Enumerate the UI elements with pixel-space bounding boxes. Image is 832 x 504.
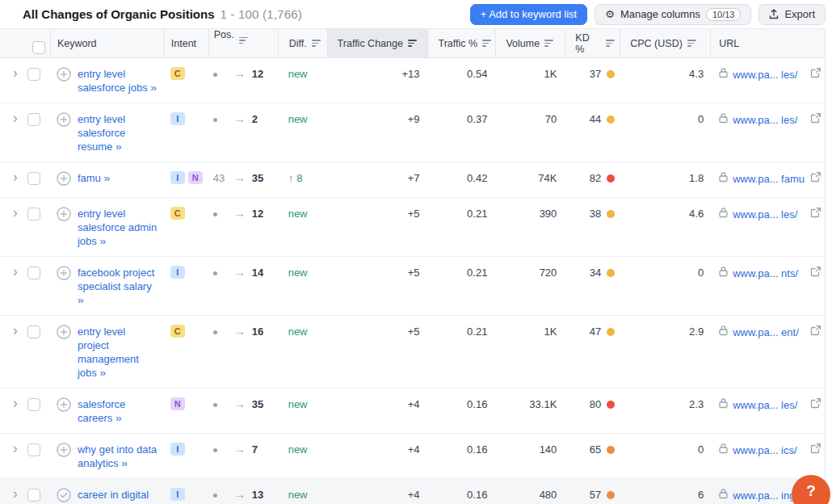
manage-columns-button[interactable]: ⚙ Manage columns 10/13 [595,4,751,25]
row-checkbox[interactable] [27,443,40,456]
keyword-link[interactable]: entry level salesforce resume ›› [78,112,159,153]
add-to-list-icon[interactable] [57,266,71,307]
kd-difficulty-dot [607,70,615,78]
sort-icon[interactable] [312,40,321,47]
url-link[interactable]: www.pa... nts/ [733,267,806,280]
keyword-link[interactable]: entry level salesforce jobs ›› [78,67,159,94]
export-label: Export [784,8,815,20]
expand-chevron-icon[interactable]: › [13,110,27,125]
keyword-link[interactable]: why get into data analytics ›› [78,443,159,470]
traffic-percent-value: 0.54 [427,58,495,89]
gear-icon: ⚙ [605,9,615,19]
add-to-list-icon[interactable] [57,397,71,425]
external-link-icon[interactable] [810,171,821,186]
no-previous-position-dot [213,73,217,77]
no-previous-position-dot [213,448,217,452]
column-header-tpct[interactable]: Traffic % [427,29,495,57]
position-to: 35 [252,397,263,411]
url-link[interactable]: www.pa... famu [733,172,806,186]
export-button[interactable]: Export [758,4,826,25]
kd-difficulty-dot [607,446,615,454]
column-header-cpc[interactable]: CPC (USD) [620,29,710,57]
kd-cell: 38 [565,198,620,229]
column-header-diff[interactable]: Diff. [278,29,327,57]
sort-icon[interactable] [544,40,553,47]
toolbar: All Changes of Organic Positions 1 - 100… [0,0,832,28]
intent-badge-C: C [170,207,185,220]
lock-icon [718,112,729,127]
row-checkbox[interactable] [27,208,40,220]
sort-icon[interactable] [482,40,491,47]
kd-difficulty-dot [607,491,615,499]
url-link[interactable]: www.pa... les/ [733,208,806,221]
sort-icon[interactable] [606,40,615,47]
expand-chevron-icon[interactable]: › [13,65,27,80]
url-link[interactable]: www.pa... ent/ [733,326,806,339]
table-body: › entry level salesforce jobs ›› C → 12 … [0,58,825,504]
column-header-pos[interactable]: Pos. [208,29,278,57]
external-link-icon[interactable] [810,397,821,412]
position-cell: → 14 [208,257,278,288]
external-link-icon[interactable] [810,266,821,280]
row-checkbox[interactable] [27,489,40,502]
row-checkbox[interactable] [27,398,40,411]
sort-icon[interactable] [239,37,248,44]
traffic-change-value: +5 [327,198,428,229]
keyword-text: why get into data analytics [78,443,157,469]
external-link-icon[interactable] [810,67,821,82]
traffic-change-value: +13 [327,58,428,89]
row-checkbox[interactable] [27,172,40,185]
add-to-list-icon[interactable] [57,171,71,189]
keyword-link[interactable]: facebook project specialist salary ›› [78,266,159,307]
external-link-icon[interactable] [810,112,821,127]
position-from [213,266,233,279]
row-checkbox[interactable] [27,113,40,126]
url-link[interactable]: www.pa... les/ [733,68,806,82]
expand-chevron-icon[interactable]: › [13,169,27,184]
column-header-url: URL [710,29,825,57]
expand-chevron-icon[interactable]: › [13,395,27,410]
external-link-icon[interactable] [810,325,821,339]
row-checkbox[interactable] [27,326,40,338]
intent-badges: I [164,257,208,287]
added-to-list-icon[interactable] [57,488,71,504]
no-previous-position-dot [213,212,217,216]
row-checkbox[interactable] [27,267,40,279]
cpc-value: 0 [620,257,710,288]
keyword-link[interactable]: entry level project management jobs ›› [78,325,159,380]
select-all-checkbox[interactable] [32,41,45,54]
keyword-link[interactable]: career in digital marketing ›› [78,488,159,504]
column-header-vol[interactable]: Volume [495,29,565,57]
position-from [213,325,233,338]
keyword-link[interactable]: entry level salesforce admin jobs ›› [78,207,159,248]
external-link-icon[interactable] [810,443,821,457]
lock-icon [718,488,729,502]
expand-chevron-icon[interactable]: › [13,485,27,501]
expand-chevron-icon[interactable]: › [13,263,27,279]
diff-new-label: new [288,113,308,125]
intent-badges: I [164,479,208,504]
external-link-icon[interactable] [810,207,821,221]
row-checkbox[interactable] [27,68,40,81]
add-to-list-icon[interactable] [57,112,71,153]
url-link[interactable]: www.pa... les/ [733,398,806,412]
traffic-change-value: +4 [327,479,428,504]
add-to-keyword-list-button[interactable]: + Add to keyword list [470,4,588,25]
expand-chevron-icon[interactable]: › [13,204,27,220]
expand-chevron-icon[interactable]: › [13,322,27,338]
url-link[interactable]: www.pa... les/ [733,113,806,127]
keyword-link[interactable]: famu ›› [78,171,159,189]
add-to-list-icon[interactable] [57,325,71,380]
column-header-kd[interactable]: KD % [565,29,620,57]
position-arrow-icon: → [234,488,246,502]
sort-icon[interactable] [408,40,417,47]
add-to-list-icon[interactable] [57,443,71,470]
add-to-list-icon[interactable] [57,67,71,94]
sort-icon[interactable] [687,40,696,47]
keyword-link[interactable]: salesforce careers ›› [78,397,159,425]
expand-chevron-icon[interactable]: › [13,440,27,456]
url-link[interactable]: www.pa... ics/ [733,443,806,457]
position-from [213,112,233,126]
add-to-list-icon[interactable] [57,207,71,248]
column-header-tc[interactable]: Traffic Change [327,29,428,57]
